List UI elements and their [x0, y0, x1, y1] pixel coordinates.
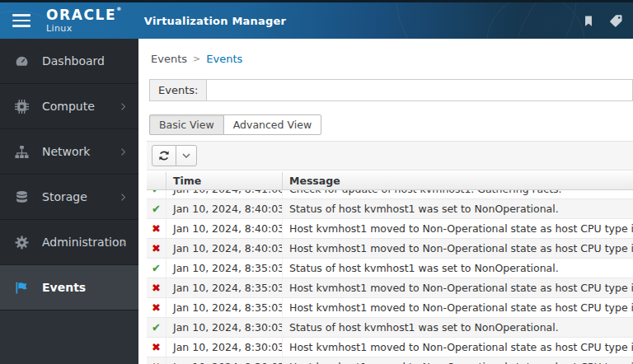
network-icon	[15, 145, 29, 159]
event-time: Jan 10, 2024, 8:40:03 PM	[166, 199, 283, 218]
event-message: Host kvmhost1 moved to Non-Operational s…	[283, 239, 633, 258]
main-content: Events > Events Events: Basic View Advan…	[138, 39, 633, 364]
compute-icon	[15, 100, 29, 114]
sidebar-item-label: Dashboard	[42, 54, 105, 68]
events-table: Time Message ✔ Jan 10, 2024, 8:41:06 PM …	[147, 172, 633, 364]
app-window: ORACLE® Linux Virtualization Manager Das…	[0, 0, 633, 364]
tags-icon[interactable]	[609, 14, 623, 28]
event-time: Jan 10, 2024, 8:35:03 PM	[166, 259, 283, 278]
sidebar-item-label: Administration	[42, 236, 126, 249]
storage-icon	[15, 190, 29, 204]
breadcrumb-events-link[interactable]: Events	[206, 53, 242, 65]
brand-name: ORACLE	[46, 7, 116, 23]
chevron-down-icon	[182, 153, 190, 158]
table-row[interactable]: ✔ Jan 10, 2024, 8:40:03 PM Status of hos…	[147, 199, 633, 219]
events-table-header: Time Message	[147, 172, 633, 190]
table-row[interactable]: ✔ Jan 10, 2024, 8:41:06 PM Check for upd…	[147, 190, 633, 199]
bookmark-icon[interactable]	[581, 14, 595, 28]
sidebar: Dashboard Compute Network Storage Admini…	[0, 39, 138, 364]
error-icon: ✖	[152, 361, 161, 364]
event-time: Jan 10, 2024, 8:35:03 PM	[166, 298, 283, 317]
table-row[interactable]: ✖ Jan 10, 2024, 8:40:03 PM Host kvmhost1…	[147, 239, 633, 259]
breadcrumb: Events > Events	[138, 39, 633, 65]
view-toggle: Basic View Advanced View	[149, 114, 633, 135]
breadcrumb-events-root: Events	[151, 53, 187, 65]
brand-sub: Linux	[46, 24, 123, 33]
hamburger-menu-icon[interactable]	[12, 14, 30, 27]
event-message: Status of host kvmhost1 was set to NonOp…	[283, 199, 633, 218]
event-message: Host kvmhost1 moved to Non-Operational s…	[283, 298, 633, 317]
event-time: Jan 10, 2024, 8:41:06 PM	[166, 190, 283, 198]
registered-mark: ®	[116, 6, 123, 12]
column-header-message: Message	[283, 172, 633, 189]
event-message: Host kvmhost1 moved to Non-Operational s…	[283, 219, 633, 238]
sidebar-item-storage[interactable]: Storage	[0, 175, 138, 220]
event-time: Jan 10, 2024, 8:40:03 PM	[166, 219, 283, 238]
table-row[interactable]: ✔ Jan 10, 2024, 8:30:03 PM Status of hos…	[147, 318, 633, 338]
event-time: Jan 10, 2024, 8:30:03 PM	[166, 357, 283, 364]
events-toolbar	[147, 141, 633, 170]
event-message: Check for update of host kvmhost1. Gathe…	[283, 190, 633, 198]
sidebar-item-administration[interactable]: Administration	[0, 220, 138, 265]
event-message: Host kvmhost1 moved to Non-Operational s…	[283, 357, 633, 364]
sidebar-item-label: Events	[42, 281, 86, 294]
success-icon: ✔	[152, 321, 161, 334]
column-header-time: Time	[166, 172, 283, 189]
basic-view-button[interactable]: Basic View	[149, 114, 224, 135]
column-header-status	[147, 172, 166, 189]
events-table-body: ✔ Jan 10, 2024, 8:41:06 PM Check for upd…	[147, 190, 633, 364]
advanced-view-button[interactable]: Advanced View	[223, 114, 321, 135]
error-icon: ✖	[152, 242, 161, 254]
administration-icon	[15, 236, 29, 250]
table-row[interactable]: ✖ Jan 10, 2024, 8:35:03 PM Host kvmhost1…	[147, 278, 633, 298]
events-filter-input[interactable]	[207, 80, 632, 100]
sidebar-item-label: Storage	[42, 190, 87, 203]
event-message: Status of host kvmhost1 was set to NonOp…	[283, 259, 633, 278]
table-row[interactable]: ✔ Jan 10, 2024, 8:35:03 PM Status of hos…	[147, 259, 633, 278]
chevron-right-icon	[120, 148, 127, 156]
oracle-linux-logo: ORACLE® Linux	[46, 8, 123, 33]
sidebar-item-dashboard[interactable]: Dashboard	[0, 39, 138, 84]
dashboard-icon	[15, 54, 29, 68]
events-filter-bar: Events:	[149, 79, 633, 101]
success-icon: ✔	[152, 203, 161, 215]
table-row[interactable]: ✖ Jan 10, 2024, 8:40:03 PM Host kvmhost1…	[147, 219, 633, 239]
refresh-icon	[158, 150, 170, 161]
sidebar-item-events[interactable]: Events	[0, 265, 138, 310]
decor-circle	[486, 0, 585, 39]
error-icon: ✖	[152, 341, 161, 353]
error-icon: ✖	[152, 282, 161, 294]
success-icon: ✔	[152, 190, 161, 195]
table-row[interactable]: ✖ Jan 10, 2024, 8:30:03 PM Host kvmhost1…	[147, 357, 633, 364]
chevron-right-icon	[120, 103, 127, 110]
error-icon: ✖	[152, 301, 161, 314]
events-filter-label: Events:	[150, 80, 207, 100]
table-row[interactable]: ✖ Jan 10, 2024, 8:35:03 PM Host kvmhost1…	[147, 298, 633, 318]
event-time: Jan 10, 2024, 8:40:03 PM	[166, 239, 283, 258]
chevron-right-icon	[120, 194, 127, 201]
event-message: Host kvmhost1 moved to Non-Operational s…	[283, 338, 633, 357]
event-message: Status of host kvmhost1 was set to NonOp…	[283, 318, 633, 337]
sidebar-item-network[interactable]: Network	[0, 129, 138, 175]
error-icon: ✖	[152, 222, 161, 235]
event-message: Host kvmhost1 moved to Non-Operational s…	[283, 278, 633, 297]
breadcrumb-separator: >	[193, 54, 200, 64]
event-time: Jan 10, 2024, 8:30:03 PM	[166, 318, 283, 337]
refresh-button[interactable]	[152, 145, 176, 166]
event-time: Jan 10, 2024, 8:30:03 PM	[166, 338, 283, 357]
table-row[interactable]: ✖ Jan 10, 2024, 8:30:03 PM Host kvmhost1…	[147, 338, 633, 357]
masthead: ORACLE® Linux Virtualization Manager	[0, 0, 633, 39]
success-icon: ✔	[152, 262, 161, 274]
chevron-right-icon	[120, 239, 127, 246]
event-time: Jan 10, 2024, 8:35:03 PM	[166, 278, 283, 297]
decor-circle	[396, 0, 577, 39]
sidebar-item-label: Compute	[42, 100, 95, 113]
sidebar-item-label: Network	[42, 145, 90, 158]
events-flag-icon	[15, 281, 29, 295]
sidebar-item-compute[interactable]: Compute	[0, 84, 138, 129]
refresh-dropdown-caret[interactable]	[176, 145, 197, 166]
app-title: Virtualization Manager	[144, 15, 286, 27]
